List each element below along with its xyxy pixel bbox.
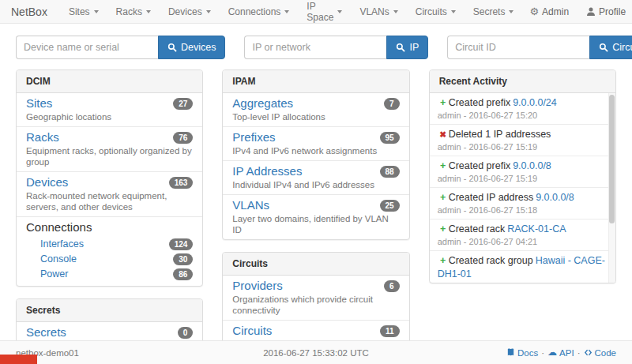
sites-link[interactable]: Sites (26, 96, 52, 111)
profile-link[interactable]: Profile (579, 0, 632, 24)
devices-link[interactable]: Devices (26, 175, 68, 190)
caret-down-icon (206, 10, 211, 13)
vlans-count-badge: 25 (380, 200, 400, 212)
docs-link[interactable]: Docs (506, 348, 538, 358)
activity-action: Created IP address (449, 192, 533, 203)
search-row: Devices IP Circuits (0, 24, 632, 69)
activity-meta: admin - 2016-06-27 15:20 (438, 111, 607, 121)
circuit-search-button[interactable]: Circuits (589, 36, 632, 59)
list-item-sites: Sites27 Geographic locations (17, 93, 202, 127)
activity-meta: admin - 2016-06-27 15:18 (438, 205, 607, 216)
activity-action: Created rack (449, 223, 506, 235)
circuits-panel-title: Circuits (223, 253, 408, 276)
list-item-providers: Providers6 Organizations which provide c… (223, 276, 408, 321)
console-link[interactable]: Console (40, 253, 77, 265)
activity-row: Created prefix9.0.0.0/8 admin - 2016-06-… (430, 156, 608, 188)
connections-row-power: Power 86 (26, 267, 193, 282)
list-item-connections: Connections Interfaces 124 Console 30 Po… (17, 217, 202, 286)
activity-action: Created rack group (449, 255, 533, 266)
prefixes-link[interactable]: Prefixes (232, 130, 275, 144)
main-content: DCIM Sites27 Geographic locations Racks7… (0, 69, 632, 364)
nav-item-secrets[interactable]: Secrets (465, 0, 523, 24)
activity-meta: admin - 2016-06-27 15:19 (438, 174, 607, 184)
code-link[interactable]: Code (584, 348, 617, 358)
circuits-count-badge: 11 (380, 325, 400, 337)
code-icon (584, 348, 592, 357)
activity-meta: admin - 2016-06-27 15:19 (438, 142, 607, 152)
gear-icon: ⚙ (529, 7, 539, 17)
recent-activity-body: Created prefix9.0.0.0/24 admin - 2016-06… (430, 93, 615, 283)
devices-count-badge: 163 (169, 177, 194, 189)
activity-target-link[interactable]: 9.0.0.0/24 (513, 97, 557, 108)
list-item-prefixes: Prefixes95 IPv4 and IPv6 network assignm… (223, 127, 408, 161)
column-activity: Recent Activity Created prefix9.0.0.0/24… (429, 69, 616, 295)
admin-link[interactable]: ⚙ Admin (522, 0, 576, 24)
device-search-button[interactable]: Devices (158, 36, 225, 59)
caret-down-icon (284, 10, 289, 13)
nav-item-ip-space[interactable]: IP Space (298, 0, 351, 24)
activity-row: Created prefix9.0.0.0/24 admin - 2016-06… (430, 93, 608, 125)
aggregates-link[interactable]: Aggregates (232, 96, 293, 111)
nav-item-circuits[interactable]: Circuits (407, 0, 465, 24)
scrollbar-thumb[interactable] (609, 95, 615, 223)
device-search-input[interactable] (16, 36, 158, 59)
nav-item-devices[interactable]: Devices (160, 0, 220, 24)
cloud-icon: ☁ (547, 348, 557, 357)
caret-down-icon (94, 10, 99, 13)
power-count-badge: 86 (173, 268, 193, 280)
prefixes-count-badge: 95 (380, 132, 400, 144)
search-icon (396, 43, 405, 52)
delete-icon (438, 128, 449, 141)
plus-icon (438, 96, 449, 110)
secrets-count-badge: 0 (178, 327, 194, 339)
ip-search-input[interactable] (244, 36, 386, 59)
server-timestamp: 2016-06-27 15:33:02 UTC (190, 348, 442, 358)
nav-item-racks[interactable]: Racks (107, 0, 160, 24)
hostname-label: netbox-demo01 (16, 348, 190, 358)
brand-logo[interactable]: NetBox (11, 6, 47, 18)
api-link[interactable]: ☁ API (547, 348, 574, 358)
scrollbar-track[interactable] (608, 93, 615, 283)
interfaces-link[interactable]: Interfaces (40, 238, 84, 250)
prefixes-description: IPv4 and IPv6 network assignments (232, 145, 399, 156)
vlans-link[interactable]: VLANs (232, 198, 269, 212)
activity-meta: admin - 2016-06-27 04:21 (438, 237, 607, 247)
sites-count-badge: 27 (173, 98, 193, 110)
nav-menu: Sites Racks Devices Connections IP Space… (60, 0, 523, 24)
nav-item-connections[interactable]: Connections (220, 0, 299, 24)
activity-action: Deleted 1 IP addresses (449, 129, 551, 140)
activity-meta: admin - 2016-06-27 04:21 (438, 282, 607, 283)
navbar: NetBox Sites Racks Devices Connections I… (0, 0, 632, 24)
footer-links: Docs · ☁ API · Code (442, 348, 616, 358)
dcim-panel-title: DCIM (17, 70, 202, 93)
power-link[interactable]: Power (40, 268, 68, 280)
search-icon (599, 43, 608, 52)
nav-item-vlans[interactable]: VLANs (351, 0, 406, 24)
secrets-link[interactable]: Secrets (26, 325, 66, 340)
caret-down-icon (146, 10, 151, 13)
red-artifact (0, 355, 37, 364)
footer: netbox-demo01 2016-06-27 15:33:02 UTC Do… (0, 340, 632, 364)
list-item-racks: Racks76 Equipment racks, optionally orga… (17, 127, 202, 172)
ip-addresses-link[interactable]: IP Addresses (232, 164, 302, 178)
caret-down-icon (393, 10, 398, 13)
ip-addresses-description: Individual IPv4 and IPv6 addresses (232, 179, 399, 190)
aggregates-description: Top-level IP allocations (232, 111, 399, 122)
ipam-panel: IPAM Aggregates7 Top-level IP allocation… (222, 69, 409, 240)
ip-search-button[interactable]: IP (386, 36, 428, 59)
activity-target-link[interactable]: RACK-01-CA (507, 223, 566, 235)
circuits-link[interactable]: Circuits (232, 324, 272, 338)
activity-target-link[interactable]: 9.0.0.0/8 (513, 160, 551, 171)
sites-description: Geographic locations (26, 111, 193, 122)
circuit-search-input[interactable] (447, 36, 589, 59)
activity-target-link[interactable]: 9.0.0.0/8 (536, 192, 574, 203)
activity-row: Deleted 1 IP addresses admin - 2016-06-2… (430, 125, 608, 156)
caret-down-icon (509, 10, 514, 13)
list-item-vlans: VLANs25 Layer two domains, identified by… (223, 195, 408, 239)
providers-count-badge: 6 (384, 280, 400, 292)
racks-link[interactable]: Racks (26, 130, 59, 144)
providers-link[interactable]: Providers (232, 279, 282, 293)
nav-item-sites[interactable]: Sites (60, 0, 107, 24)
list-item-ip-addresses: IP Addresses88 Individual IPv4 and IPv6 … (223, 161, 408, 195)
plus-icon (438, 159, 449, 173)
